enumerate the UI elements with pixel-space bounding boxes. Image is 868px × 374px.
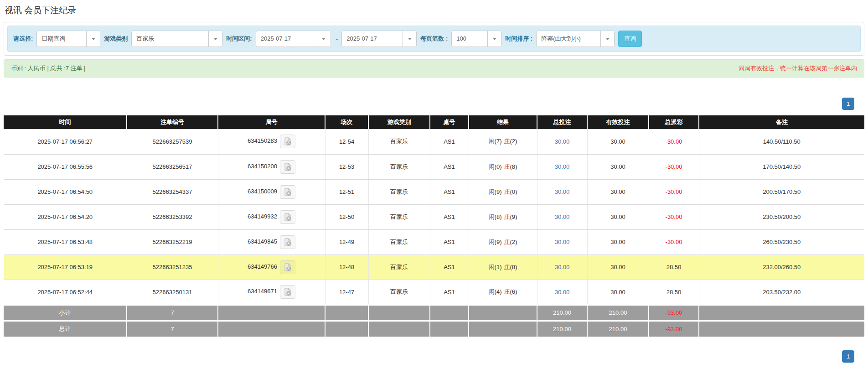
video-replay-button[interactable] [280, 285, 295, 299]
cell-valid-bet: 30.00 [587, 229, 649, 255]
banker-result-value: (2) [510, 138, 517, 145]
subtotal-row: 小计 7 210.00 210.00 -93.00 [4, 305, 864, 321]
subtotal-empty-note [699, 305, 864, 321]
cell-total-bet-link[interactable]: 30.00 [537, 129, 587, 154]
video-replay-button[interactable] [280, 260, 295, 274]
date-to-select[interactable]: 2025-07-17 [341, 31, 417, 47]
cell-payout: -30.00 [649, 229, 699, 255]
cell-time: 2025-07-17 06:54:20 [4, 204, 127, 229]
time-sort-select[interactable]: 降幂(由大到小) [536, 31, 615, 47]
video-replay-button[interactable] [280, 185, 295, 199]
col-header-round-id: 局号 [218, 115, 325, 129]
subtotal-empty-result [469, 305, 537, 321]
banker-result-value: (0) [510, 188, 517, 195]
subtotal-empty-session [325, 305, 368, 321]
video-replay-button[interactable] [280, 235, 295, 249]
cell-valid-bet: 30.00 [587, 154, 649, 179]
query-type-value: 日期查询 [37, 31, 86, 47]
cell-result: 闲(9)庄(2) [469, 229, 537, 255]
player-result-label: 闲 [489, 239, 495, 245]
round-id-text: 634149766 [248, 263, 277, 270]
cell-total-bet-link[interactable]: 30.00 [537, 255, 587, 280]
cell-result: 闲(8)庄(9) [469, 204, 537, 229]
cell-note: 170.50/140.50 [699, 154, 864, 179]
chevron-down-icon [317, 31, 331, 47]
search-button[interactable]: 查询 [618, 31, 642, 47]
cell-note: 232.00/260.50 [699, 255, 864, 280]
col-header-game: 游戏类别 [368, 115, 430, 129]
video-icon [284, 163, 292, 171]
cell-valid-bet: 30.00 [587, 129, 649, 154]
cell-bet-id: 522663252219 [127, 229, 218, 255]
page-1-button[interactable]: 1 [842, 98, 854, 110]
cell-total-bet-link[interactable]: 30.00 [537, 204, 587, 229]
game-category-select[interactable]: 百家乐 [131, 31, 222, 47]
cell-game: 百家乐 [368, 255, 430, 280]
cell-total-bet-link[interactable]: 30.00 [537, 280, 587, 305]
query-type-select[interactable]: 日期查询 [36, 31, 100, 47]
round-id-text: 634150200 [248, 163, 277, 170]
cell-note: 230.50/200.50 [699, 204, 864, 229]
cell-note: 203.50/232.00 [699, 280, 864, 305]
page-size-label: 每页笔数 : [420, 35, 448, 43]
banker-result-label: 庄 [504, 163, 510, 170]
total-payout: -93.00 [649, 321, 699, 337]
col-header-result: 结果 [469, 115, 537, 129]
cell-payout: -30.00 [649, 204, 699, 229]
banker-result-label: 庄 [504, 213, 510, 220]
table-row: 2025-07-17 06:53:48 522663252219 6341498… [4, 229, 864, 255]
total-empty-result [469, 321, 537, 337]
total-valid-bet: 210.00 [587, 321, 649, 337]
player-result-label: 闲 [489, 264, 495, 270]
page-1-button[interactable]: 1 [842, 350, 854, 363]
video-icon [284, 288, 292, 296]
date-range-separator: ~ [335, 36, 338, 42]
banker-result-value: (6) [510, 288, 517, 295]
cell-round-id: 634149932 [218, 204, 325, 229]
cell-valid-bet: 30.00 [587, 179, 649, 204]
total-count: 7 [127, 321, 218, 337]
cell-game: 百家乐 [368, 229, 430, 255]
table-row: 2025-07-17 06:53:19 522663251235 6341497… [4, 255, 864, 280]
cell-bet-id: 522663254337 [127, 179, 218, 204]
video-replay-button[interactable] [280, 135, 295, 148]
total-empty-table [430, 321, 469, 337]
cell-payout: -30.00 [649, 179, 699, 204]
cell-time: 2025-07-17 06:56:27 [4, 129, 127, 154]
cell-bet-id: 522663251235 [127, 255, 218, 280]
query-type-label: 请选择: [13, 35, 33, 43]
pagination-bottom: 1 [4, 350, 854, 363]
banker-result-label: 庄 [504, 264, 510, 270]
cell-valid-bet: 30.00 [587, 255, 649, 280]
cell-valid-bet: 30.00 [587, 280, 649, 305]
player-result-value: (7) [495, 138, 502, 145]
date-from-select[interactable]: 2025-07-17 [256, 31, 331, 47]
player-result-label: 闲 [489, 213, 495, 220]
game-category-label: 游戏类别 [104, 35, 128, 43]
player-result-value: (1) [495, 264, 502, 270]
player-result-label: 闲 [489, 138, 495, 145]
table-row: 2025-07-17 06:54:20 522663253392 6341499… [4, 204, 864, 229]
cell-total-bet-link[interactable]: 30.00 [537, 179, 587, 204]
cell-round-id: 634150009 [218, 179, 325, 204]
video-replay-button[interactable] [280, 210, 295, 224]
cell-round-id: 634149766 [218, 255, 325, 280]
bet-records-table: 时间 注单编号 局号 场次 游戏类别 桌号 结果 总投注 有效投注 总派彩 备注… [4, 115, 864, 337]
summary-notice: 同局有效投注，统一计算在该局第一张注单内 [739, 64, 857, 73]
page-size-select[interactable]: 100 [451, 31, 501, 47]
video-replay-button[interactable] [280, 160, 295, 174]
cell-session: 12-51 [325, 179, 368, 204]
cell-result: 闲(0)庄(8) [469, 154, 537, 179]
summary-currency-total: 币别 : 人民币 | 总共 :7 注单 | [11, 64, 86, 73]
cell-total-bet-link[interactable]: 30.00 [537, 154, 587, 179]
player-result-value: (8) [495, 213, 502, 220]
video-icon [284, 213, 292, 221]
cell-total-bet-link[interactable]: 30.00 [537, 229, 587, 255]
chevron-down-icon [487, 31, 501, 47]
cell-table-no: AS1 [430, 204, 469, 229]
cell-time: 2025-07-17 06:54:50 [4, 179, 127, 204]
subtotal-empty-game [368, 305, 430, 321]
col-header-table-no: 桌号 [430, 115, 469, 129]
cell-bet-id: 522663257539 [127, 129, 218, 154]
banker-result-label: 庄 [504, 288, 510, 295]
